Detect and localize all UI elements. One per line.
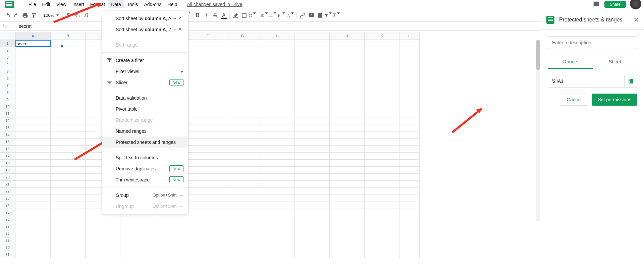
cell-A12[interactable] <box>15 117 51 124</box>
cell-L8[interactable] <box>399 89 420 96</box>
cell-K29[interactable] <box>365 237 399 244</box>
menu-item-create-a-filter[interactable]: Create a filter <box>102 55 188 66</box>
cell-J26[interactable] <box>330 216 365 223</box>
cell-I8[interactable] <box>295 89 330 96</box>
cell-A13[interactable] <box>15 124 51 131</box>
cell-C27[interactable] <box>86 223 120 230</box>
cell-B13[interactable] <box>51 124 86 131</box>
cell-G11[interactable] <box>225 110 260 117</box>
cell-L4[interactable] <box>399 61 420 68</box>
cell-F24[interactable] <box>190 202 225 209</box>
cell-L30[interactable] <box>399 244 420 251</box>
cell-I4[interactable] <box>295 61 330 68</box>
cell-J20[interactable] <box>330 174 365 181</box>
cell-K3[interactable] <box>365 54 399 61</box>
menu-edit[interactable]: Edit <box>39 0 53 8</box>
redo-button[interactable] <box>12 11 21 20</box>
cell-F26[interactable] <box>190 216 225 223</box>
cell-B7[interactable] <box>51 82 86 89</box>
cell-I25[interactable] <box>295 209 330 216</box>
cell-H27[interactable] <box>260 223 295 230</box>
menu-item-pivot-table[interactable]: Pivot table <box>102 103 188 114</box>
row-header-26[interactable]: 26 <box>0 216 15 223</box>
cell-K4[interactable] <box>365 61 399 68</box>
cell-E31[interactable] <box>155 251 190 258</box>
cell-I13[interactable] <box>295 124 330 131</box>
cell-H19[interactable] <box>260 167 295 174</box>
cell-L26[interactable] <box>399 216 420 223</box>
spreadsheet-grid[interactable]: ABCDEFGHIJKL 123456789101112131415161718… <box>0 32 541 273</box>
cell-L5[interactable] <box>399 68 420 75</box>
cell-B2[interactable] <box>51 47 86 54</box>
cell-B20[interactable] <box>51 174 86 181</box>
cell-B9[interactable] <box>51 96 86 103</box>
cell-F8[interactable] <box>190 89 225 96</box>
cell-A30[interactable] <box>15 244 51 251</box>
menu-item-data-validation[interactable]: Data validation <box>102 92 188 103</box>
menu-item-remove-duplicates[interactable]: Remove duplicatesNew <box>102 163 188 174</box>
cell-F6[interactable] <box>190 75 225 82</box>
menu-item-named-ranges[interactable]: Named ranges <box>102 125 188 136</box>
cell-K23[interactable] <box>365 195 399 202</box>
cell-F9[interactable] <box>190 96 225 103</box>
cell-F14[interactable] <box>190 131 225 139</box>
menu-item-protected-sheets-and-ranges[interactable]: Protected sheets and ranges <box>102 136 188 148</box>
cell-G28[interactable] <box>225 230 260 237</box>
cell-B30[interactable] <box>51 244 86 251</box>
cell-K14[interactable] <box>365 131 399 139</box>
row-header-16[interactable]: 16 <box>0 146 15 153</box>
menu-add-ons[interactable]: Add-ons <box>141 0 164 8</box>
row-header-21[interactable]: 21 <box>0 181 15 188</box>
cell-J8[interactable] <box>330 89 365 96</box>
cell-L15[interactable] <box>399 139 420 146</box>
row-header-17[interactable]: 17 <box>0 153 15 160</box>
row-header-29[interactable]: 29 <box>0 237 15 244</box>
cell-F22[interactable] <box>190 188 225 195</box>
cell-G22[interactable] <box>225 188 260 195</box>
merge-button[interactable] <box>249 11 257 20</box>
cell-F5[interactable] <box>190 68 225 75</box>
cell-I27[interactable] <box>295 223 330 230</box>
cell-K9[interactable] <box>365 96 399 103</box>
row-header-31[interactable]: 31 <box>0 251 15 258</box>
undo-button[interactable] <box>3 11 12 20</box>
cell-H10[interactable] <box>260 103 295 110</box>
strikethrough-button[interactable]: S <box>211 11 219 20</box>
cell-D31[interactable] <box>120 251 155 258</box>
cell-B18[interactable] <box>51 160 86 167</box>
row-header-24[interactable]: 24 <box>0 202 15 209</box>
cell-B5[interactable] <box>51 68 86 75</box>
cell-J31[interactable] <box>330 251 365 258</box>
row-header-19[interactable]: 19 <box>0 167 15 174</box>
print-button[interactable] <box>21 11 30 20</box>
cell-G10[interactable] <box>225 103 260 110</box>
cell-L29[interactable] <box>399 237 420 244</box>
cell-K24[interactable] <box>365 202 399 209</box>
cell-A17[interactable] <box>15 153 51 160</box>
cell-I6[interactable] <box>295 75 330 82</box>
menu-item-filter-views[interactable]: Filter views▶ <box>102 66 188 77</box>
insert-chart-button[interactable] <box>316 11 324 20</box>
cell-J25[interactable] <box>330 209 365 216</box>
cell-L28[interactable] <box>399 230 420 237</box>
cell-I16[interactable] <box>295 146 330 153</box>
cell-K26[interactable] <box>365 216 399 223</box>
cell-I31[interactable] <box>295 251 330 258</box>
close-panel-button[interactable]: ✕ <box>634 16 639 23</box>
cell-J1[interactable] <box>330 40 365 47</box>
row-header-28[interactable]: 28 <box>0 230 15 237</box>
cell-K13[interactable] <box>365 124 399 131</box>
cell-H3[interactable] <box>260 54 295 61</box>
cell-J5[interactable] <box>330 68 365 75</box>
cell-K21[interactable] <box>365 181 399 188</box>
cell-B4[interactable] <box>51 61 86 68</box>
cell-B10[interactable] <box>51 103 86 110</box>
cell-B1[interactable] <box>51 40 86 47</box>
cell-A14[interactable] <box>15 131 51 139</box>
cell-A27[interactable] <box>15 223 51 230</box>
menu-tools[interactable]: Tools <box>124 0 141 8</box>
cell-D27[interactable] <box>120 223 155 230</box>
menu-insert[interactable]: Insert <box>69 0 87 8</box>
cell-L23[interactable] <box>399 195 420 202</box>
cell-H11[interactable] <box>260 110 295 117</box>
